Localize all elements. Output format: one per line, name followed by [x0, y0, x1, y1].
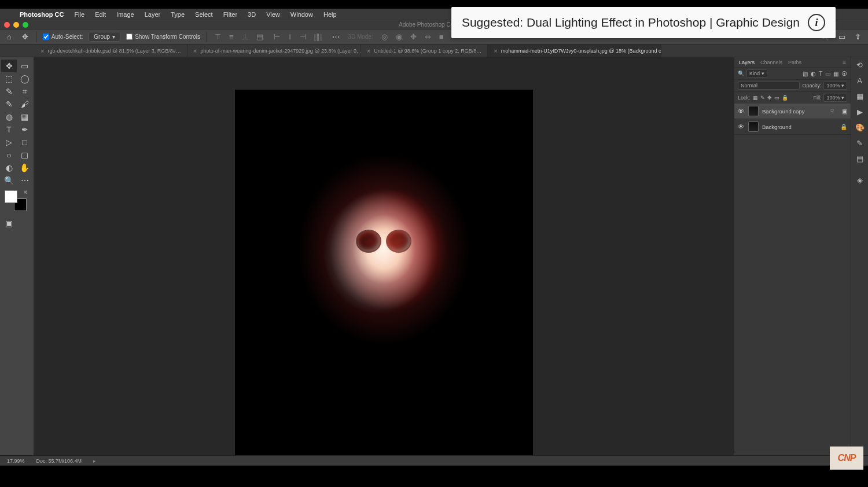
doc-size[interactable]: Doc: 55.7M/106.4M [36, 458, 82, 464]
document-tab-2[interactable]: × photo-of-man-wearing-denim-jacket-2947… [187, 45, 361, 57]
lock-all-icon[interactable]: 🔒 [782, 95, 788, 101]
fill-value[interactable]: 100% ▾ [823, 94, 847, 102]
blend-mode-dropdown[interactable]: Normal [738, 82, 800, 90]
layer-row[interactable]: 👁 Background 🔒 [734, 119, 851, 135]
eyedropper-tool[interactable]: ✎ [1, 98, 17, 110]
move-tool[interactable]: ✥ [1, 60, 17, 72]
zoom-window-button[interactable] [23, 22, 28, 28]
workspace-icon[interactable]: ▭ [836, 31, 848, 42]
brush-settings-icon[interactable]: ✎ [856, 139, 863, 147]
layer-name[interactable]: Background [762, 124, 792, 130]
history-icon[interactable]: ⟲ [856, 61, 863, 69]
show-transform-checkbox[interactable]: Show Transform Controls [126, 34, 200, 40]
layer-thumbnail[interactable] [748, 121, 759, 132]
rounded-rect-tool[interactable]: ▢ [17, 149, 32, 161]
auto-select-checkbox[interactable]: Auto-Select: [43, 34, 83, 40]
lock-position-icon[interactable]: ✥ [767, 95, 772, 101]
foreground-color-swatch[interactable] [5, 190, 17, 203]
close-window-button[interactable] [4, 22, 10, 28]
actions-icon[interactable]: ▶ [857, 108, 863, 116]
opacity-value[interactable]: 100% ▾ [823, 82, 847, 90]
suggested-overlay[interactable]: Suggested: Dual Lighting Effect in Photo… [451, 7, 836, 38]
menu-help[interactable]: Help [319, 11, 341, 18]
close-tab-icon[interactable]: × [41, 47, 44, 54]
zoom-tool[interactable]: 🔍 [1, 174, 17, 187]
lock-brush-icon[interactable]: ✎ [760, 95, 765, 101]
document-tab-4[interactable]: × mohammad-metri-U1ytD7WJvy0-unsplash.jp… [488, 45, 661, 57]
align-stretch-icon[interactable]: ▤ [254, 31, 266, 42]
filter-shape-icon[interactable]: ▭ [825, 71, 830, 77]
align-left-icon[interactable]: ⊢ [271, 31, 282, 43]
menu-select[interactable]: Select [190, 11, 218, 18]
show-transform-input[interactable] [126, 34, 133, 40]
lasso-tool[interactable]: ◯ [17, 72, 32, 85]
lock-transparency-icon[interactable]: ▦ [753, 95, 758, 101]
path-select-tool[interactable]: ▷ [1, 136, 17, 149]
layer-thumbnail[interactable] [748, 106, 759, 116]
align-bottom-icon[interactable]: ⊥ [240, 31, 251, 42]
document-canvas[interactable] [235, 90, 533, 466]
artboard-tool[interactable]: ▭ [17, 60, 32, 72]
pen-tool[interactable]: ✒ [17, 123, 32, 136]
align-middle-icon[interactable]: ≡ [227, 31, 236, 42]
menu-type[interactable]: Type [166, 11, 189, 18]
menu-filter[interactable]: Filter [219, 11, 242, 18]
close-tab-icon[interactable]: × [367, 47, 370, 54]
align-right-icon[interactable]: ⊣ [297, 31, 308, 43]
ellipse-tool[interactable]: ○ [1, 149, 17, 161]
align-center-icon[interactable]: ⫴ [286, 31, 294, 43]
marquee-tool[interactable]: ⬚ [1, 72, 17, 85]
close-tab-icon[interactable]: × [494, 47, 497, 54]
document-tab-3[interactable]: × Untitled-1 @ 98.6% (Group 1 copy 2, RG… [361, 45, 488, 57]
filter-type-icon[interactable]: T [819, 71, 822, 77]
menu-3d[interactable]: 3D [243, 11, 260, 18]
menu-layer[interactable]: Layer [140, 11, 165, 18]
tab-channels[interactable]: Channels [760, 60, 782, 65]
zoom-level[interactable]: 17.99% [7, 458, 25, 464]
filter-adjust-icon[interactable]: ◐ [811, 71, 816, 77]
brush-tool[interactable]: 🖌 [17, 98, 32, 110]
quick-mask-tool[interactable]: ▣ [1, 217, 17, 230]
hand-tool[interactable]: ✋ [17, 161, 32, 174]
panel-menu-icon[interactable]: ≡ [843, 59, 846, 65]
more-options-icon[interactable]: ⋯ [330, 31, 342, 42]
auto-select-dropdown[interactable]: Group ▾ [89, 32, 120, 42]
properties-icon[interactable]: ▤ [856, 154, 863, 163]
layer-row-selected[interactable]: 👁 Background copy ☟ ▣ [734, 104, 851, 119]
gradient-tool[interactable]: ▦ [17, 110, 32, 123]
home-icon[interactable]: ⌂ [5, 31, 14, 42]
move-tool-icon[interactable]: ✥ [20, 31, 31, 42]
color-swatches[interactable]: ⤭ [5, 190, 27, 211]
filter-toggle-icon[interactable]: ⦿ [841, 71, 847, 77]
filter-pixel-icon[interactable]: ▧ [803, 71, 808, 77]
menu-edit[interactable]: Edit [90, 11, 111, 18]
lock-icon[interactable]: 🔒 [840, 124, 847, 130]
close-tab-icon[interactable]: × [193, 47, 197, 54]
rectangle-tool[interactable]: □ [17, 136, 32, 149]
share-icon[interactable]: ⇪ [852, 31, 863, 42]
menu-view[interactable]: View [262, 11, 285, 18]
status-chevron-icon[interactable]: ▸ [93, 458, 96, 464]
menu-file[interactable]: File [69, 11, 89, 18]
edit-toolbar[interactable]: ⋯ [17, 174, 32, 187]
swatches-icon[interactable]: ▦ [856, 92, 863, 101]
menu-image[interactable]: Image [112, 11, 139, 18]
app-name[interactable]: Photoshop CC [15, 11, 68, 18]
minimize-window-button[interactable] [13, 22, 19, 28]
character-icon[interactable]: A [857, 76, 862, 85]
swap-colors-icon[interactable]: ⤭ [23, 189, 28, 195]
auto-select-input[interactable] [43, 34, 49, 40]
distribute-h-icon[interactable]: |‖| [312, 31, 325, 43]
visibility-toggle-icon[interactable]: 👁 [738, 123, 745, 130]
lock-artboard-icon[interactable]: ▭ [774, 95, 779, 101]
menu-window[interactable]: Window [286, 11, 318, 18]
quick-select-tool[interactable]: ✎ [1, 85, 17, 98]
healing-tool[interactable]: ◍ [1, 110, 17, 123]
crop-tool[interactable]: ⌗ [17, 85, 32, 98]
visibility-toggle-icon[interactable]: 👁 [738, 108, 745, 115]
align-top-icon[interactable]: ⊤ [212, 31, 223, 42]
layer-name[interactable]: Background copy [762, 108, 804, 115]
canvas-area[interactable] [34, 57, 734, 466]
filter-smart-icon[interactable]: ▦ [833, 71, 838, 77]
document-tab-1[interactable]: × rgb-devotchkah-dribble.psd @ 81.5% (La… [35, 45, 187, 57]
